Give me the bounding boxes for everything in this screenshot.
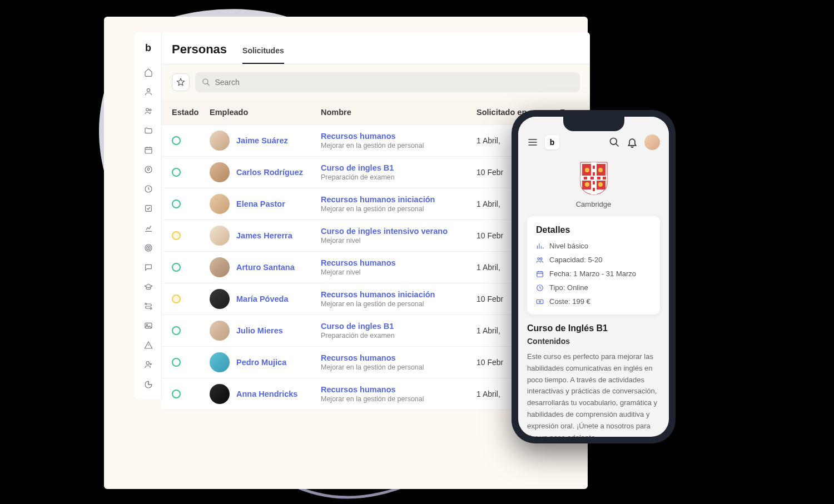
svg-point-7 <box>145 244 152 251</box>
cost-icon <box>536 298 544 306</box>
details-title: Detalles <box>536 225 651 235</box>
phone-avatar[interactable] <box>644 134 660 150</box>
svg-rect-29 <box>537 271 543 276</box>
check-square-icon[interactable] <box>143 204 153 213</box>
pie-icon[interactable] <box>143 380 153 389</box>
employee-link[interactable]: Jaime Suárez <box>236 136 288 145</box>
favorite-button[interactable] <box>172 73 190 91</box>
crest-label: Cambridge <box>527 200 660 208</box>
header: Personas Solicitudes <box>162 32 590 64</box>
svg-point-28 <box>540 257 543 260</box>
svg-point-11 <box>150 308 152 310</box>
course-subtitle: Mejorar en la gestión de personal <box>321 205 476 213</box>
route-icon[interactable] <box>143 302 153 311</box>
detail-capacity: Capacidad: 5-20 <box>536 256 651 264</box>
calendar-icon[interactable] <box>143 146 153 155</box>
course-link[interactable]: Recursos humanos <box>321 353 476 362</box>
svg-point-4 <box>145 166 152 173</box>
course-link[interactable]: Curso de ingles B1 <box>321 322 476 331</box>
sidebar: b <box>135 32 162 399</box>
bell-icon[interactable] <box>627 137 638 148</box>
phone-notch <box>563 117 624 131</box>
course-link[interactable]: Curso de ingles intensivo verano <box>321 227 476 236</box>
search-box[interactable] <box>195 72 580 92</box>
avatar <box>210 289 230 309</box>
course-heading: Curso de Inglés B1 <box>527 323 660 333</box>
course-subtitle: Preparación de examen <box>321 332 476 340</box>
chat-icon[interactable] <box>143 262 153 272</box>
avatar <box>210 321 230 341</box>
course-link[interactable]: Recursos humanos <box>321 132 476 141</box>
employee-link[interactable]: Elena Pastor <box>236 199 285 208</box>
search-icon <box>202 78 210 87</box>
user-icon[interactable] <box>143 87 153 96</box>
chart-icon[interactable] <box>143 223 153 233</box>
graduation-icon[interactable] <box>143 282 153 291</box>
col-nombre: Nombre <box>321 108 476 117</box>
status-dot <box>172 358 181 367</box>
svg-rect-3 <box>145 147 152 153</box>
avatar <box>210 194 230 214</box>
image-icon[interactable] <box>143 321 153 331</box>
user-plus-icon[interactable] <box>143 360 153 370</box>
folder-icon[interactable] <box>143 126 153 135</box>
clock-icon[interactable] <box>143 184 153 194</box>
phone-logo: b <box>545 135 559 149</box>
svg-point-0 <box>147 88 150 91</box>
course-subtitle: Mejorar en la gestión de personal <box>321 142 476 149</box>
users-icon[interactable] <box>143 106 153 116</box>
toolbar <box>162 64 590 100</box>
date-icon <box>536 270 544 278</box>
target-icon[interactable] <box>143 243 153 252</box>
course-link[interactable]: Recursos humanos iniciación <box>321 290 476 299</box>
col-empleado: Empleado <box>210 108 321 117</box>
detail-date: Fecha: 1 Marzo - 31 Marzo <box>536 270 651 278</box>
status-dot <box>172 168 181 177</box>
detail-level: Nivel básico <box>536 242 651 250</box>
phone-search-icon[interactable] <box>609 137 620 148</box>
tab-solicitudes[interactable]: Solicitudes <box>242 46 284 64</box>
employee-link[interactable]: Carlos Rodríguez <box>236 168 303 177</box>
phone-mockup: b <box>512 110 676 443</box>
course-contents-label: Contenidos <box>527 337 660 346</box>
logo: b <box>145 42 151 54</box>
type-icon <box>536 284 544 292</box>
menu-icon[interactable] <box>527 137 538 148</box>
status-dot <box>172 263 181 272</box>
phone-screen: b <box>518 117 669 437</box>
svg-point-21 <box>585 168 589 172</box>
svg-point-23 <box>585 182 589 187</box>
svg-point-8 <box>146 246 150 249</box>
employee-link[interactable]: Julio Mieres <box>236 326 283 335</box>
course-link[interactable]: Curso de ingles B1 <box>321 163 476 172</box>
people-icon <box>536 256 544 264</box>
alert-icon[interactable] <box>143 341 153 350</box>
course-subtitle: Mejorar en la gestión de personal <box>321 300 476 308</box>
employee-link[interactable]: Anna Hendricks <box>236 390 297 398</box>
svg-point-2 <box>149 109 151 111</box>
svg-point-9 <box>148 247 149 248</box>
course-link[interactable]: Recursos humanos iniciación <box>321 195 476 204</box>
employee-link[interactable]: Pedro Mujica <box>236 358 286 367</box>
detail-cost: Coste: 199 € <box>536 297 651 306</box>
crest-icon <box>579 161 608 196</box>
status-dot <box>172 231 181 240</box>
phone-body: Cambridge Detalles Nivel básico Capacida… <box>518 156 669 437</box>
avatar <box>210 257 230 277</box>
course-link[interactable]: Recursos humanos <box>321 258 476 267</box>
employee-link[interactable]: María Póveda <box>236 295 289 303</box>
compass-icon[interactable] <box>143 165 153 174</box>
employee-link[interactable]: Arturo Santana <box>236 263 295 272</box>
col-estado: Estado <box>172 108 210 117</box>
avatar <box>210 384 230 404</box>
course-subtitle: Mejorar en la gestión de personal <box>321 363 476 371</box>
course-link[interactable]: Recursos humanos <box>321 385 476 394</box>
svg-point-16 <box>610 138 617 145</box>
status-dot <box>172 199 181 208</box>
employee-link[interactable]: James Hererra <box>236 231 292 240</box>
search-input[interactable] <box>215 78 573 87</box>
home-icon[interactable] <box>143 67 153 77</box>
avatar <box>210 226 230 246</box>
svg-point-27 <box>538 257 540 260</box>
svg-point-15 <box>203 79 208 84</box>
